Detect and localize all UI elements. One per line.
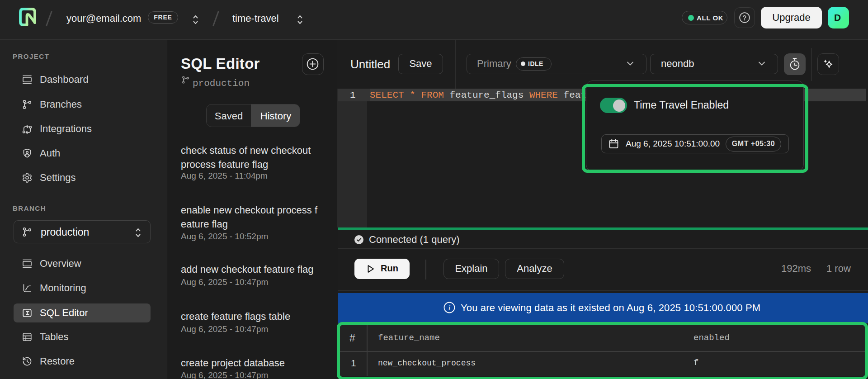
svg-text:i: i	[448, 303, 451, 312]
